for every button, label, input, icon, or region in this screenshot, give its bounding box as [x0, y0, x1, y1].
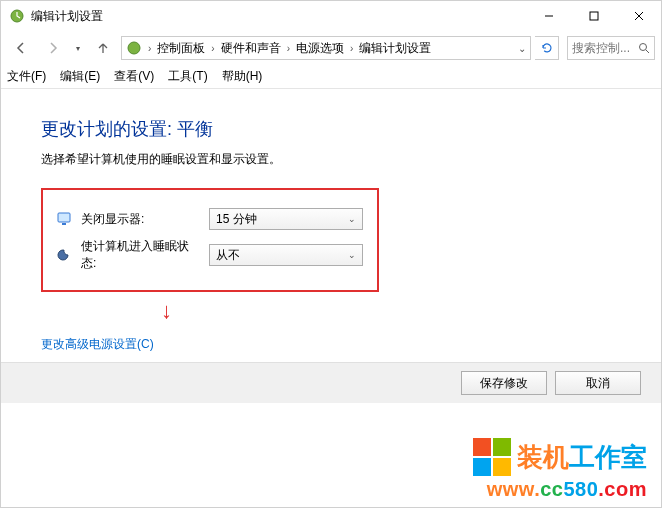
svg-rect-9	[62, 223, 66, 225]
content-area: 更改计划的设置: 平衡 选择希望计算机使用的睡眠设置和显示设置。 关闭显示器: …	[1, 89, 661, 408]
display-off-value: 15 分钟	[216, 211, 257, 228]
sleep-label: 使计算机进入睡眠状态:	[81, 238, 201, 272]
sleep-row: 使计算机进入睡眠状态: 从不 ⌄	[57, 238, 363, 272]
windows-logo-icon	[473, 438, 511, 476]
back-button[interactable]	[7, 35, 35, 61]
watermark-text: 装机工作室	[517, 440, 647, 475]
menu-file[interactable]: 文件(F)	[7, 68, 46, 85]
close-button[interactable]	[616, 1, 661, 31]
svg-point-6	[640, 44, 647, 51]
watermark-logo: 装机工作室	[473, 438, 647, 476]
power-plan-icon	[126, 40, 142, 56]
moon-icon	[57, 247, 73, 263]
svg-rect-8	[58, 213, 70, 222]
display-off-select[interactable]: 15 分钟 ⌄	[209, 208, 363, 230]
search-icon	[638, 42, 650, 54]
crumb-hardware-sound[interactable]: 硬件和声音	[219, 40, 283, 57]
chevron-down-icon: ⌄	[348, 214, 356, 224]
watermark: 装机工作室 www.cc580.com	[473, 438, 647, 501]
arrow-right-icon	[46, 41, 60, 55]
minimize-icon	[544, 11, 554, 21]
minimize-button[interactable]	[526, 1, 571, 31]
menu-tools[interactable]: 工具(T)	[168, 68, 207, 85]
window-controls	[526, 1, 661, 31]
crumb-power-options[interactable]: 电源选项	[294, 40, 346, 57]
menu-edit[interactable]: 编辑(E)	[60, 68, 100, 85]
up-button[interactable]	[89, 35, 117, 61]
advanced-settings-link[interactable]: 更改高级电源设置(C)	[41, 336, 621, 353]
navbar: ▾ › 控制面板 › 硬件和声音 › 电源选项 › 编辑计划设置 ⌄ 搜索控制.…	[1, 31, 661, 65]
refresh-button[interactable]	[535, 36, 559, 60]
window-title: 编辑计划设置	[31, 8, 103, 25]
chevron-right-icon[interactable]: ›	[207, 43, 218, 54]
watermark-url: www.cc580.com	[473, 478, 647, 501]
crumb-control-panel[interactable]: 控制面板	[155, 40, 207, 57]
settings-highlight-box: 关闭显示器: 15 分钟 ⌄ 使计算机进入睡眠状态: 从不 ⌄	[41, 188, 379, 292]
refresh-icon	[540, 41, 554, 55]
footer-buttons: 保存修改 取消	[1, 362, 661, 403]
crumb-edit-plan[interactable]: 编辑计划设置	[357, 40, 433, 57]
history-dropdown[interactable]: ▾	[71, 35, 85, 61]
save-button[interactable]: 保存修改	[461, 371, 547, 395]
menu-help[interactable]: 帮助(H)	[222, 68, 263, 85]
chevron-right-icon[interactable]: ›	[283, 43, 294, 54]
menubar: 文件(F) 编辑(E) 查看(V) 工具(T) 帮助(H)	[1, 65, 661, 89]
svg-point-5	[128, 42, 140, 54]
arrow-up-icon	[96, 41, 110, 55]
close-icon	[634, 11, 644, 21]
chevron-down-icon[interactable]: ⌄	[518, 43, 530, 54]
page-description: 选择希望计算机使用的睡眠设置和显示设置。	[41, 151, 621, 168]
sleep-value: 从不	[216, 247, 240, 264]
titlebar: 编辑计划设置	[1, 1, 661, 31]
svg-line-7	[646, 50, 649, 53]
svg-rect-2	[590, 12, 598, 20]
forward-button[interactable]	[39, 35, 67, 61]
chevron-right-icon[interactable]: ›	[144, 43, 155, 54]
menu-view[interactable]: 查看(V)	[114, 68, 154, 85]
maximize-icon	[589, 11, 599, 21]
display-off-label: 关闭显示器:	[81, 211, 201, 228]
chevron-right-icon[interactable]: ›	[346, 43, 357, 54]
maximize-button[interactable]	[571, 1, 616, 31]
sleep-select[interactable]: 从不 ⌄	[209, 244, 363, 266]
search-placeholder: 搜索控制...	[572, 40, 630, 57]
arrow-left-icon	[14, 41, 28, 55]
search-input[interactable]: 搜索控制...	[567, 36, 655, 60]
annotation-arrow-icon: ↓	[161, 300, 621, 322]
monitor-icon	[57, 211, 73, 227]
page-title: 更改计划的设置: 平衡	[41, 117, 621, 141]
chevron-down-icon: ⌄	[348, 250, 356, 260]
cancel-button[interactable]: 取消	[555, 371, 641, 395]
display-off-row: 关闭显示器: 15 分钟 ⌄	[57, 208, 363, 230]
breadcrumb[interactable]: › 控制面板 › 硬件和声音 › 电源选项 › 编辑计划设置 ⌄	[121, 36, 531, 60]
power-options-icon	[9, 8, 25, 24]
